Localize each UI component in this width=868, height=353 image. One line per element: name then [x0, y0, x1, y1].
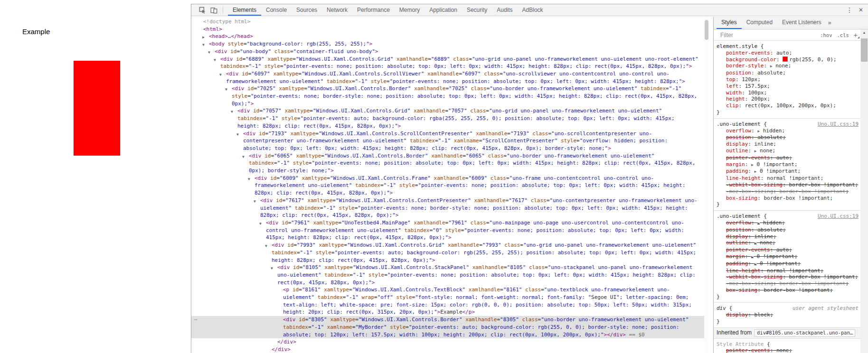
dom-tree-node[interactable]: <html>: [191, 26, 704, 33]
css-declaration[interactable]: -moz-box-sizing: border-box !important;: [717, 188, 859, 195]
kebab-menu-icon[interactable]: ⋮: [844, 6, 855, 14]
dom-tree-node[interactable]: ▼<div id="uno-body" class="container-flu…: [191, 48, 704, 56]
expand-arrow-icon[interactable]: ▼: [271, 265, 273, 272]
dom-tree-node[interactable]: </div>: [191, 346, 704, 353]
css-declaration[interactable]: position: absolute;: [717, 227, 859, 233]
tab-memory[interactable]: Memory: [395, 4, 425, 16]
close-icon[interactable]: ✕: [855, 7, 868, 13]
dom-tree-node[interactable]: <p id="8161" xamltype="Windows.UI.Xaml.C…: [191, 286, 704, 316]
rule-selector[interactable]: user agent stylesheetdiv {: [717, 305, 859, 312]
css-declaration[interactable]: display: block;: [717, 312, 859, 318]
tab-elements[interactable]: Elements: [228, 4, 261, 16]
tab-styles[interactable]: Styles: [717, 17, 742, 29]
css-declaration[interactable]: width: 100px;: [717, 90, 859, 96]
css-declaration[interactable]: outline: ▶ none;: [717, 148, 859, 155]
styles-scrollbar-thumb[interactable]: [861, 38, 868, 62]
styles-filter-input[interactable]: [719, 31, 793, 39]
css-declaration[interactable]: padding: ▶ 0 !important;: [717, 260, 859, 268]
css-declaration[interactable]: pointer-events: auto;: [717, 50, 859, 56]
expand-value-icon[interactable]: ▶: [755, 149, 757, 153]
node-options-icon[interactable]: ⋯: [194, 316, 198, 324]
tab-adblock[interactable]: AdBlock: [518, 4, 548, 16]
css-declaration[interactable]: pointer-events: auto;: [717, 155, 859, 161]
expand-value-icon[interactable]: ▶: [755, 262, 757, 266]
expand-arrow-icon[interactable]: ▼: [248, 176, 250, 183]
css-declaration[interactable]: overflow: ▶ hidden;: [717, 128, 859, 135]
inspect-element-icon[interactable]: [199, 7, 206, 14]
toggle-classes[interactable]: .cls: [837, 32, 849, 38]
tab-console[interactable]: Console: [261, 4, 292, 16]
tab-performance[interactable]: Performance: [352, 4, 395, 16]
css-declaration[interactable]: display: inline;: [717, 233, 859, 240]
tab-computed[interactable]: Computed: [742, 17, 777, 29]
css-declaration[interactable]: pointer-events: auto;: [717, 247, 859, 253]
expand-arrow-icon[interactable]: ▼: [225, 86, 227, 93]
dom-tree-node[interactable]: ▼<div id="7057" xamltype="Windows.UI.Xam…: [191, 107, 704, 130]
dom-tree-node[interactable]: ▼<div id="8105" xamltype="Windows.UI.Xam…: [191, 264, 704, 286]
expand-arrow-icon[interactable]: ▼: [236, 131, 239, 139]
more-tabs-icon[interactable]: »: [826, 17, 835, 29]
dom-tree-node[interactable]: ▼<div id="7025" xamltype="Windows.UI.Xam…: [191, 85, 704, 107]
rule-selector[interactable]: Uno.UI.css:19.uno-uielement {: [717, 213, 859, 220]
expand-value-icon[interactable]: ▶: [755, 169, 757, 174]
device-toolbar-icon[interactable]: [210, 7, 217, 14]
expand-arrow-icon[interactable]: ▼: [254, 198, 256, 205]
dom-tree-node-selected[interactable]: ⋯<div id="8305" xamltype="Windows.UI.Xam…: [191, 316, 704, 338]
expand-value-icon[interactable]: ▶: [751, 163, 754, 167]
css-declaration[interactable]: -moz-box-sizing: border-box !important;: [717, 280, 859, 287]
dom-tree-node[interactable]: ▼<div id="6065" xamltype="Windows.UI.Xam…: [191, 152, 704, 175]
dom-tree-node[interactable]: ▶<head>…</head>: [191, 33, 704, 40]
css-declaration[interactable]: overflow: ▶ hidden;: [717, 220, 859, 227]
inherited-from-target-link[interactable]: div#8105.uno-stackpanel.uno-pan…: [755, 329, 855, 337]
elements-scrollbar[interactable]: [704, 17, 709, 353]
expand-value-icon[interactable]: ▶: [757, 129, 760, 133]
css-declaration[interactable]: background-color: rgb(255, 0, 0);: [717, 56, 859, 63]
css-declaration[interactable]: top: 120px;: [717, 76, 859, 83]
dom-tree-node[interactable]: ▼<div id="7961" xamltype="UnoTestbed4.Ma…: [191, 219, 704, 242]
toggle-hover-state[interactable]: :hov: [820, 32, 832, 38]
dom-tree-node[interactable]: ▼<div id="7193" xamltype="Windows.UI.Xam…: [191, 130, 704, 152]
css-declaration[interactable]: -webkit-box-sizing: border-box !importan…: [717, 182, 859, 188]
css-declaration[interactable]: position: absolute;: [717, 134, 859, 141]
styles-scrollbar[interactable]: ▲: [860, 29, 868, 353]
expand-arrow-icon[interactable]: ▼: [265, 242, 267, 250]
expand-arrow-icon[interactable]: ▼: [214, 56, 216, 64]
tab-application[interactable]: Application: [425, 4, 462, 16]
css-declaration[interactable]: box-sizing: border-box !important;: [717, 195, 859, 202]
css-declaration[interactable]: clip: rect(0px, 100px, 200px, 0px);: [717, 102, 859, 109]
stylesheet-link[interactable]: Uno.UI.css:19: [818, 121, 859, 128]
css-declaration[interactable]: padding: ▶ 0 !important;: [717, 168, 859, 175]
css-declaration[interactable]: margin: ▶ 0 !important;: [717, 161, 859, 168]
dom-tree-node[interactable]: ▼<div id="7993" xamltype="Windows.UI.Xam…: [191, 242, 704, 264]
css-declaration[interactable]: pointer-events: none;: [717, 347, 859, 353]
rule-selector[interactable]: Style Attribute {: [717, 341, 859, 348]
dom-tree-node[interactable]: ▼<body style="background-color: rgb(255,…: [191, 40, 704, 48]
new-style-rule-button[interactable]: +: [854, 31, 858, 39]
elements-scrollbar-thumb[interactable]: [705, 20, 708, 40]
css-declaration[interactable]: line-height: normal !important;: [717, 268, 859, 274]
expand-value-icon[interactable]: ▶: [770, 64, 773, 68]
tab-event-listeners[interactable]: Event Listeners: [777, 17, 826, 29]
tab-sources[interactable]: Sources: [292, 4, 322, 16]
dom-tree-node[interactable]: ▼<div id="6097" xamltype="Windows.UI.Xam…: [191, 70, 704, 85]
expand-value-icon[interactable]: ▶: [755, 241, 757, 245]
dom-tree-node[interactable]: <!doctype html>: [191, 18, 704, 26]
dom-tree-node[interactable]: </div>: [191, 338, 704, 346]
expand-arrow-icon[interactable]: ▼: [259, 220, 262, 228]
css-declaration[interactable]: height: 200px;: [717, 96, 859, 102]
dom-tree-node[interactable]: ▼<div id="6889" xamltype="Windows.UI.Xam…: [191, 56, 704, 70]
css-declaration[interactable]: left: 157.5px;: [717, 83, 859, 90]
scrollbar-up-arrow-icon[interactable]: ▲: [860, 31, 868, 34]
rule-selector[interactable]: element.style {: [717, 43, 859, 50]
css-declaration[interactable]: outline: ▶ none;: [717, 240, 859, 247]
css-declaration[interactable]: box-sizing: border-box !important;: [717, 287, 859, 294]
css-declaration[interactable]: border-style: ▶ none;: [717, 63, 859, 70]
expand-arrow-icon[interactable]: ▼: [219, 71, 222, 79]
tab-audits[interactable]: Audits: [492, 4, 517, 16]
expand-value-icon[interactable]: ▶: [757, 221, 760, 225]
tab-security[interactable]: Security: [462, 4, 492, 16]
stylesheet-link[interactable]: Uno.UI.css:19: [818, 213, 859, 220]
expand-arrow-icon[interactable]: ▼: [231, 108, 233, 116]
color-swatch[interactable]: [783, 56, 788, 62]
rule-selector[interactable]: Uno.UI.css:19.uno-uielement {: [717, 121, 859, 128]
